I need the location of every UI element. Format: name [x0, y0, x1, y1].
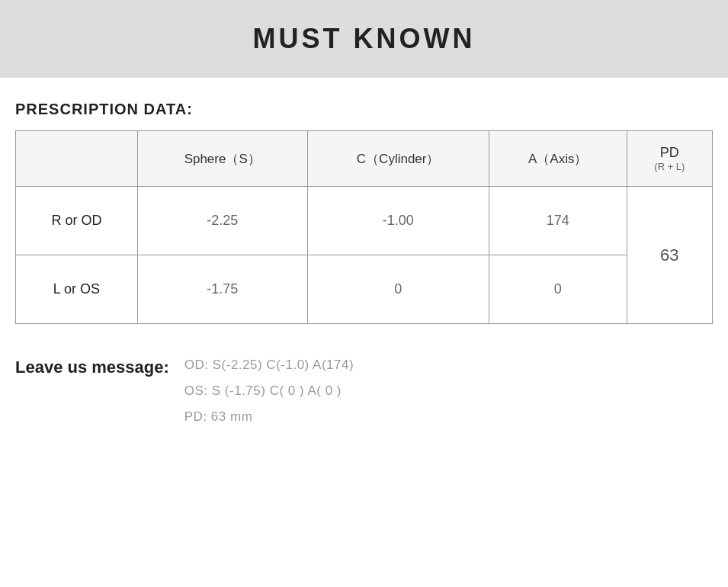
leave-message-label: Leave us message: — [15, 354, 169, 377]
table-header-row: Sphere（S） C（Cylinder） A（Axis） PD (R + L) — [16, 131, 713, 187]
pd-label: PD — [635, 145, 704, 161]
section-title: PRESCRIPTION DATA: — [15, 101, 713, 118]
row-os-cylinder: 0 — [307, 255, 489, 324]
header-banner: MUST KNOWN — [0, 0, 728, 78]
main-content: PRESCRIPTION DATA: Sphere（S） C（Cylinder）… — [0, 101, 728, 455]
pd-value: 63 — [627, 187, 712, 324]
leave-message-section: Leave us message: OD: S(-2.25) C(-1.0) A… — [15, 354, 713, 425]
col-header-cylinder: C（Cylinder） — [307, 131, 489, 187]
prescription-table: Sphere（S） C（Cylinder） A（Axis） PD (R + L)… — [15, 130, 713, 324]
message-line-od: OD: S(-2.25) C(-1.0) A(174) — [184, 358, 354, 373]
col-header-axis: A（Axis） — [489, 131, 627, 187]
message-line-pd: PD: 63 mm — [184, 409, 354, 425]
row-od-label: R or OD — [16, 187, 138, 255]
row-od-sphere: -2.25 — [137, 187, 307, 255]
table-row: L or OS -1.75 0 0 — [16, 255, 713, 324]
pd-sub-label: (R + L) — [635, 161, 704, 172]
row-od-axis: 174 — [489, 187, 627, 255]
row-os-label: L or OS — [16, 255, 138, 324]
row-os-sphere: -1.75 — [137, 255, 307, 324]
message-line-os: OS: S (-1.75) C( 0 ) A( 0 ) — [184, 383, 354, 399]
page-title: MUST KNOWN — [15, 23, 713, 55]
col-header-sphere: Sphere（S） — [137, 131, 307, 187]
col-header-pd: PD (R + L) — [627, 131, 712, 187]
col-header-empty — [16, 131, 138, 187]
row-os-axis: 0 — [489, 255, 627, 324]
message-lines: OD: S(-2.25) C(-1.0) A(174) OS: S (-1.75… — [184, 354, 354, 425]
row-od-cylinder: -1.00 — [307, 187, 489, 255]
table-row: R or OD -2.25 -1.00 174 63 — [16, 187, 713, 255]
